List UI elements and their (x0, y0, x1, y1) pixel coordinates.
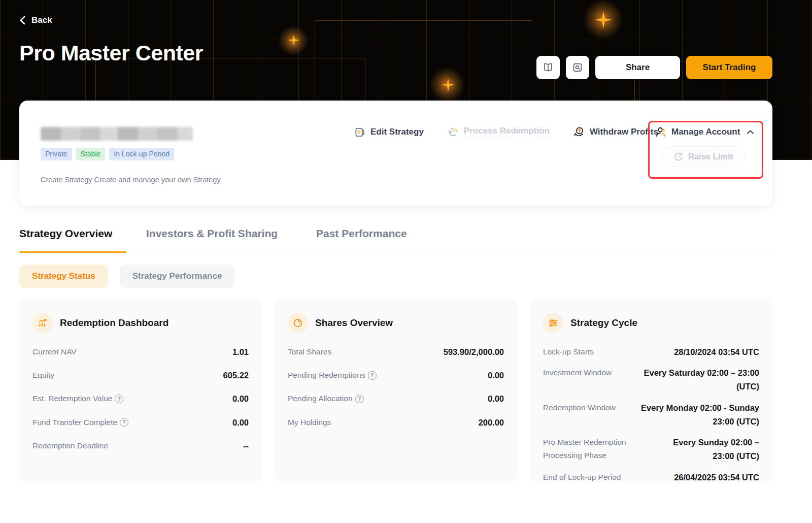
badge-lockup-period: In Lock-up Period (109, 148, 174, 160)
withdraw-profits-button[interactable]: Withdraw Profits (573, 126, 658, 138)
badge-stable: Stable (76, 148, 106, 160)
start-trading-button[interactable]: Start Trading (686, 56, 772, 79)
stat-row: Current NAV 1.01 (32, 345, 249, 359)
sliders-icon (543, 313, 563, 333)
stat-row: Equity 605.22 (32, 369, 249, 382)
p2p-refresh-icon: P2P (447, 126, 459, 138)
strategy-description: Create Strategy Create and manage your o… (41, 176, 222, 184)
edit-strategy-label: Edit Strategy (370, 127, 424, 137)
share-button[interactable]: Share (595, 56, 680, 79)
person-icon (655, 126, 667, 138)
manage-account-button[interactable]: Manage Account (655, 126, 754, 138)
tab-investors-profit-sharing[interactable]: Investors & Profit Sharing (146, 227, 278, 240)
manage-account-block: Manage Account Raise Limit (655, 126, 754, 138)
process-redemption-label: Process Redemption (464, 126, 550, 138)
process-redemption-button[interactable]: P2P Process Redemption (447, 126, 550, 138)
chevron-up-icon (747, 129, 754, 135)
hero-toolbar: Share Start Trading (536, 56, 772, 79)
subtab-strategy-performance[interactable]: Strategy Performance (120, 265, 235, 288)
main-tabs: Strategy Overview Investors & Profit Sha… (19, 227, 772, 252)
subtab-pills: Strategy Status Strategy Performance (19, 265, 234, 288)
book-icon (543, 62, 554, 73)
help-icon[interactable] (355, 395, 364, 403)
stat-cards: Redemption Dashboard Current NAV 1.01 Eq… (19, 300, 772, 482)
tab-past-performance[interactable]: Past Performance (316, 227, 407, 240)
pro-master-center-page: Back Pro Master Center (0, 0, 812, 523)
subtab-strategy-status[interactable]: Strategy Status (19, 265, 108, 288)
strategy-profile-card: Private Stable In Lock-up Period Create … (19, 101, 772, 206)
help-icon[interactable] (115, 395, 123, 403)
stat-row: Investment Window Every Saturday 02:00 –… (543, 366, 759, 394)
preview-search-button[interactable] (566, 56, 589, 79)
shares-overview-card: Shares Overview Total Shares 593.90/2,00… (275, 300, 517, 482)
redemption-dashboard-card: Redemption Dashboard Current NAV 1.01 Eq… (19, 300, 262, 482)
hand-coin-icon (573, 126, 585, 138)
manage-account-label: Manage Account (671, 127, 740, 137)
svg-text:P2P: P2P (452, 129, 456, 131)
badge-row: Private Stable In Lock-up Period (41, 148, 174, 160)
edit-document-icon (354, 126, 366, 138)
pie-chart-icon (288, 313, 308, 333)
help-icon[interactable] (120, 418, 128, 427)
badge-private: Private (41, 148, 72, 160)
strategy-actions: Edit Strategy P2P Process Redemption (354, 126, 658, 138)
magnifier-document-icon (572, 62, 583, 73)
withdraw-profits-label: Withdraw Profits (590, 127, 658, 137)
stat-row: End of Lock-up Period 26/04/2025 03:54 U… (543, 471, 759, 484)
bar-chart-up-icon (32, 313, 53, 333)
stat-row: Redemption Window Every Monday 02:00 - S… (543, 401, 759, 429)
stat-row: My Holdings 200.00 (288, 416, 504, 430)
page-title: Pro Master Center (19, 41, 203, 66)
card-title: Shares Overview (315, 317, 393, 329)
help-icon[interactable] (368, 371, 377, 380)
guide-book-button[interactable] (536, 56, 560, 79)
back-button[interactable]: Back (19, 15, 52, 25)
raise-limit-label: Raise Limit (688, 152, 733, 161)
edit-strategy-button[interactable]: Edit Strategy (354, 126, 424, 138)
stat-row: Redemption Deadline -- (32, 439, 249, 453)
back-chevron-icon (19, 16, 26, 25)
active-tab-underline (19, 251, 126, 253)
stat-row: Fund Transfer Complete 0.00 (32, 416, 249, 430)
stat-row: Pending Redemptions 0.00 (288, 369, 504, 382)
stat-row: Est. Redemption Value 0.00 (32, 392, 249, 406)
stat-row: Total Shares 593.90/2,000.00 (288, 345, 504, 359)
gauge-plus-icon (673, 151, 684, 162)
back-label: Back (31, 15, 52, 25)
card-title: Strategy Cycle (570, 317, 637, 329)
strategy-name-redacted (41, 127, 193, 141)
stat-row: Lock-up Starts 28/10/2024 03:54 UTC (543, 345, 759, 359)
stat-row: Pending Allocation 0.00 (288, 392, 504, 406)
stat-row: Pro Master Redemption Processing Phase E… (543, 436, 759, 463)
tab-strategy-overview[interactable]: Strategy Overview (19, 227, 112, 240)
strategy-cycle-card: Strategy Cycle Lock-up Starts 28/10/2024… (530, 300, 772, 482)
raise-limit-button[interactable]: Raise Limit (661, 146, 745, 167)
card-title: Redemption Dashboard (60, 317, 168, 329)
